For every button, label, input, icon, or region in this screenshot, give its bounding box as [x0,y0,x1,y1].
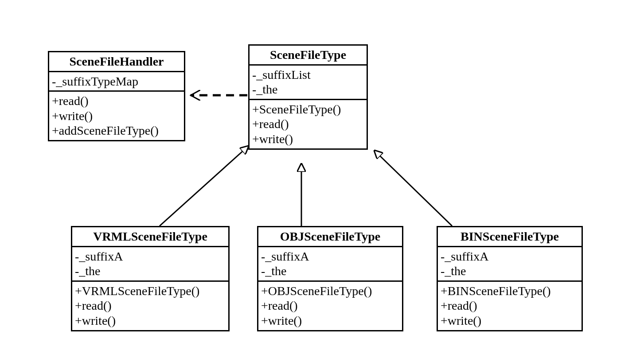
attr: -_suffixA [75,249,226,264]
attr: -_the [75,264,226,279]
attr: -_suffixA [441,249,579,264]
op: +write() [252,132,364,147]
generalization-bin [375,151,452,226]
class-title: VRMLSceneFileType [72,227,228,247]
class-scenefilehandler: SceneFileHandler -_suffixTypeMap +read()… [48,51,185,141]
attr: -_suffixTypeMap [52,74,181,89]
attr: -_suffixA [261,249,399,264]
class-title: BINSceneFileType [438,227,582,247]
attr: -_the [441,264,579,279]
op: +read() [261,298,399,313]
attr: -_the [261,264,399,279]
class-binscenefiletype: BINSceneFileType -_suffixA -_the +BINSce… [437,226,583,331]
class-objscenefiletype: OBJSceneFileType -_suffixA -_the +OBJSce… [257,226,403,331]
class-attributes: -_suffixTypeMap [49,72,184,92]
op: +write() [75,313,226,328]
op: +write() [52,109,181,124]
op: +write() [261,313,399,328]
op: +OBJSceneFileType() [261,284,399,299]
generalization-vrml [160,146,248,226]
op: +SceneFileType() [252,102,364,117]
class-attributes: -_suffixA -_the [72,247,228,282]
op: +VRMLSceneFileType() [75,284,226,299]
op: +write() [441,313,579,328]
op: +read() [441,298,579,313]
class-vrmlscenefiletype: VRMLSceneFileType -_suffixA -_the +VRMLS… [71,226,230,331]
class-operations: +read() +write() +addSceneFileType() [49,92,184,140]
op: +BINSceneFileType() [441,284,579,299]
class-attributes: -_suffixList -_the [250,66,367,100]
class-title: SceneFileType [250,46,367,66]
class-operations: +SceneFileType() +read() +write() [250,100,367,148]
class-operations: +VRMLSceneFileType() +read() +write() [72,282,228,330]
op: +read() [75,298,226,313]
op: +addSceneFileType() [52,123,181,138]
op: +read() [252,117,364,132]
op: +read() [52,93,181,109]
class-title: SceneFileHandler [49,52,184,72]
class-scenefiletype: SceneFileType -_suffixList -_the +SceneF… [248,44,368,150]
attr: -_the [252,82,364,97]
class-title: OBJSceneFileType [258,227,402,247]
class-operations: +OBJSceneFileType() +read() +write() [258,282,402,330]
class-attributes: -_suffixA -_the [258,247,402,282]
attr: -_suffixList [252,67,364,82]
class-attributes: -_suffixA -_the [438,247,582,282]
class-operations: +BINSceneFileType() +read() +write() [438,282,582,330]
